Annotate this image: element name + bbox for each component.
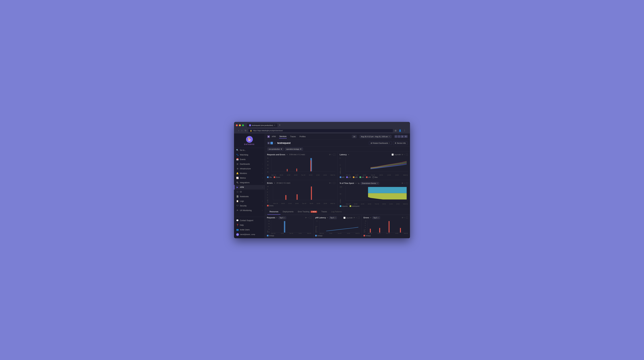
errors-dropdown[interactable]: ▼ [274,182,275,184]
time-range-display[interactable]: Aug 28, 6:12 pm – Aug 31, 3:05 am ▼ [360,135,392,138]
nav-apm[interactable]: APM [271,135,276,138]
page-title-row: ⊞ ☆ testrequest [267,142,290,144]
tab-deployments[interactable]: Deployments [280,209,296,215]
bottom-log-scale-checkbox[interactable] [344,217,346,219]
time-spent-export[interactable]: ↑ [404,182,405,184]
forward-button[interactable]: › [241,129,243,132]
time-prev-button[interactable]: ⟨ [394,135,397,138]
svg-rect-5 [296,194,298,200]
new-tab-button[interactable]: + [278,124,282,127]
bottom-latency-expand[interactable]: ⛶ [358,217,360,219]
tab-error-tracking[interactable]: Error Tracking 3 NEW [296,209,319,215]
sidebar-item-ux-monitoring[interactable]: 👁 UX Monitoring › [234,208,265,213]
time-spent-dropdown[interactable]: ▼ [355,182,357,184]
env-filter[interactable]: env:production ▼ [267,148,284,151]
sidebar-item-monitors[interactable]: 🔔 Monitors › [234,171,265,176]
profile-button[interactable]: 👤 [398,129,402,132]
latency-sync[interactable]: ⟳ [402,154,403,156]
url-display[interactable]: https://app.datadoghq.eu/apm/services/ [253,130,283,132]
bottom-requests-export[interactable]: ↑ [308,217,308,219]
sidebar-item-dashboards[interactable]: ⊞ Dashboards › [234,162,265,166]
p50-label: p50 [342,176,344,178]
sidebar-item-watchdog[interactable]: 🐾 Watchdog [234,153,265,157]
tab-log-patterns[interactable]: Log Patterns [329,209,344,215]
errors-plot [273,186,335,200]
operation-filter[interactable]: operation:testapp ▼ [285,148,303,151]
log-scale-control[interactable]: Log scale [392,154,401,156]
time-nav-controls: ⟨ ⟩ ⟫ ⟳ [394,135,408,138]
sidebar-item-contact-support[interactable]: 💬 Contact Support [234,218,265,223]
bottom-requests-sync[interactable]: ⟳ [305,217,307,219]
errors-label-1: Errors [276,176,280,178]
sidebar-item-integrations[interactable]: 🔌 Integrations › [234,180,265,185]
bottom-errors-sync[interactable]: ⟳ [402,217,403,219]
time-preset-selector[interactable]: 2d [352,135,356,138]
time-spent-group-by[interactable]: Downstream Service ▼ [361,182,379,185]
bottom-latency-sync[interactable]: ⟳ [354,217,355,219]
tab-close-icon[interactable]: ✕ [274,124,275,126]
sidebar-item-events[interactable]: 📅 Events [234,157,265,162]
bottom-errors-title-arrow[interactable]: ▼ [370,217,372,218]
bottom-latency-top5[interactable]: Top 5 ▼ [329,216,337,219]
errors-export[interactable]: ↑ [332,182,332,184]
bottom-latency-title-arrow[interactable]: ▼ [327,217,328,218]
top-navigation: ▶ APM Services Traces Profiles 2d Aug 28… [265,134,410,140]
nav-traces[interactable]: Traces [290,135,296,138]
requests-errors-export[interactable]: ↑ [332,154,332,156]
refresh-button[interactable]: ⟳ [404,135,408,138]
related-dashboards-button[interactable]: ⊞ Related Dashboards ▼ [369,141,392,145]
time-forward-button[interactable]: ⟫ [401,135,404,138]
reload-button[interactable]: ↻ [244,129,247,132]
requests-errors-dropdown[interactable]: ▼ [286,154,288,155]
sidebar-item-ci[interactable]: ⬡ CI [234,190,265,194]
latency-export[interactable]: ↑ [404,154,405,156]
sidebar-item-metrics[interactable]: 📈 Metrics › [234,176,265,180]
service-info-button[interactable]: ⚙ Service Info [393,141,408,145]
extensions-button[interactable]: ⊞ [394,129,397,132]
time-preset-label: 2d [353,136,355,138]
sidebar-item-logs[interactable]: 📋 Logs › [234,199,265,203]
nav-services[interactable]: Services [279,135,287,138]
bottom-errors-export[interactable]: ↑ [404,217,405,219]
errors-expand[interactable]: ⛶ [334,182,335,184]
requests-errors-sync[interactable]: ⟳ [329,154,331,156]
bottom-log-scale[interactable]: Log scale [344,217,352,219]
nav-profiles[interactable]: Profiles [299,135,306,138]
tab-resources[interactable]: Resources [267,209,280,215]
sidebar-item-infrastructure[interactable]: 🖥 Infrastructure › [234,166,265,171]
bottom-errors-expand[interactable]: ⛶ [406,217,408,219]
sidebar-item-security[interactable]: 🛡 Security › [234,203,265,208]
bottom-requests-title-arrow[interactable]: ▼ [276,217,278,218]
requests-errors-expand[interactable]: ⛶ [334,154,335,156]
errors-sync[interactable]: ⟳ [329,182,331,184]
sidebar-item-apm[interactable]: ▶ APM › [234,185,265,190]
bottom-errors-top5[interactable]: Top 5 ▼ [372,216,380,219]
sidebar-item-invite-users[interactable]: 👥 Invite Users [234,227,265,232]
bottom-latency-title-group: p99 Latency ▼ Top 5 ▼ [315,216,337,219]
sidebar-item-help[interactable]: ❓ Help [234,223,265,227]
sidebar-item-notebooks[interactable]: 📓 Notebooks [234,194,265,199]
latency-dropdown[interactable]: ▼ [348,154,349,155]
time-spent-sync[interactable]: ⟳ [402,182,403,184]
bottom-latency-export[interactable]: ↑ [356,217,357,219]
maximize-button[interactable] [242,124,244,126]
sidebar-item-user-profile[interactable]: D daniel@daniel...comp [234,232,265,237]
minimize-button[interactable] [239,124,241,126]
latency-expand[interactable]: ⛶ [406,154,408,156]
p75-label: p75 [348,176,351,178]
time-next-button[interactable]: ⟩ [398,135,400,138]
svg-rect-2 [296,168,297,171]
bottom-requests-expand[interactable]: ⛶ [310,217,311,219]
sidebar-item-goto[interactable]: 🔍 Go to... [234,148,265,153]
bottom-requests-x-labels: Mon 2912:00Tue 3012:00Wed 31 [271,233,311,234]
dashboards-arrow: › [262,163,262,165]
browser-tab[interactable]: testrequest (env:production) ✕ [247,123,278,127]
menu-button[interactable]: ⋮ [403,129,406,132]
tab-traces[interactable]: Traces [319,209,329,215]
close-button[interactable] [236,124,238,126]
log-scale-checkbox[interactable] [392,154,394,156]
back-button[interactable]: ‹ [238,129,240,132]
time-spent-expand[interactable]: ⛶ [406,182,408,184]
favorite-icon[interactable]: ☆ [274,142,276,144]
bottom-requests-top5[interactable]: Top 5 ▼ [278,216,286,219]
